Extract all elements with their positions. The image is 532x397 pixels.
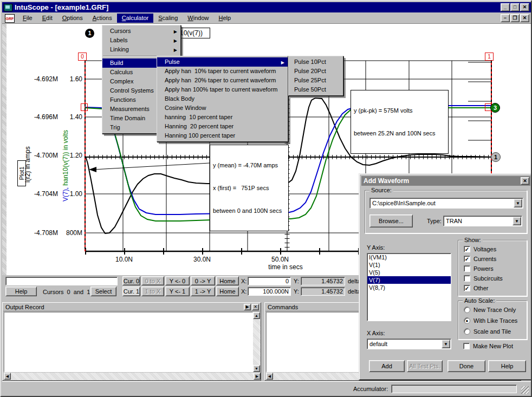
scroll-right-icon[interactable]: ▶	[254, 373, 261, 380]
x0-value[interactable]: 0	[248, 277, 291, 285]
menu-item-han10[interactable]: Apply han 10% taper to current waveform	[157, 67, 288, 76]
checkbox-subcircuits[interactable]: Subcircuits	[464, 275, 503, 282]
volts-tick: 800M	[55, 229, 82, 237]
add-waveform-dialog: Add Waveform ✕ Source: C:\spice8\In\Samp…	[359, 173, 532, 380]
help-button[interactable]: Help	[5, 287, 37, 296]
output-record-hscrollbar[interactable]: ◀ ▶	[4, 373, 261, 380]
trace-end-badge-gray[interactable]: 1	[491, 152, 501, 162]
output-record-header[interactable]: Output Record	[3, 303, 260, 311]
checkbox-icon[interactable]	[464, 275, 470, 282]
resize-grip[interactable]	[521, 386, 529, 394]
menu-item-cosine-window[interactable]: Cosine Window	[157, 103, 288, 113]
dropdown-arrow-icon[interactable]: ▼	[442, 340, 450, 348]
menu-item-cursors[interactable]: Cursors▶	[102, 27, 180, 36]
menu-item-pulse-25pct[interactable]: Pulse 25Pct	[289, 76, 343, 85]
expression-input[interactable]	[5, 277, 118, 285]
cur1-button[interactable]: Cur. 1	[122, 287, 140, 296]
volts-tick: 1.40	[55, 113, 82, 121]
menu-item-labels[interactable]: Labels▶	[102, 36, 180, 45]
cursor-1-handle[interactable]: 1	[485, 53, 494, 61]
menu-item-han100[interactable]: Apply han 100% taper to current waveform	[157, 85, 288, 94]
radio-scale-and-tile[interactable]: Scale and Tile	[464, 328, 511, 335]
auto-scale-label: Auto Scale:	[463, 297, 496, 304]
menu-item-pulse[interactable]: Pulse▶	[157, 57, 288, 67]
scroll-left-icon[interactable]: ◀	[4, 373, 11, 380]
scroll-down-icon[interactable]: ▼	[253, 365, 260, 372]
source-group: Source: C:\spice8\In\Sample.out ▼ Browse…	[365, 190, 527, 233]
add-button[interactable]: Add	[369, 360, 405, 372]
cursor-0-trace-marker	[81, 103, 88, 111]
menu-item-hanning20[interactable]: Hanning 20 percent taper	[157, 122, 288, 131]
dialog-help-button[interactable]: Help	[488, 360, 526, 372]
cursor-0-handle[interactable]: 0	[78, 53, 87, 61]
checkbox-icon[interactable]	[463, 343, 470, 349]
menu-item-pulse-50pct[interactable]: Pulse 50Pct	[289, 85, 343, 94]
x-axis-combobox[interactable]: default ▼	[367, 339, 451, 349]
menu-item-pulse-10pct[interactable]: Pulse 10Pct	[289, 57, 343, 67]
scroll-left-icon[interactable]: ◀	[266, 373, 273, 380]
trace-end-badge-green[interactable]: 3	[490, 103, 500, 113]
menu-item-pulse-20pct[interactable]: Pulse 20Pct	[289, 67, 343, 76]
all-test-pts-button[interactable]: All Test Pts.	[407, 360, 443, 372]
radio-new-trace-only[interactable]: New Trace Only	[464, 307, 516, 313]
list-item[interactable]: V(5)	[367, 269, 451, 276]
mean-annotation[interactable]: y (mean) = -4.70M amps x (first) = 751P …	[210, 145, 289, 231]
menu-item-hanning10[interactable]: hanning 10 percent taper	[157, 113, 288, 122]
show-group: Show: ✓ Voltages ✓ Currents Powers Subci…	[458, 240, 527, 296]
x1-value[interactable]: 100.000N	[248, 287, 291, 296]
y1-value: 1.45732	[301, 287, 345, 296]
radio-icon[interactable]	[464, 328, 470, 335]
amps-tick: -4.704M	[31, 190, 58, 198]
accumulator-field[interactable]	[391, 385, 517, 393]
checkbox-powers[interactable]: Powers	[464, 265, 494, 272]
x-axis-label: X Axis:	[367, 330, 385, 336]
trace-1-marker[interactable]: 1	[85, 29, 94, 38]
output-record-content[interactable]	[4, 312, 253, 372]
list-item[interactable]: V(1)	[367, 261, 451, 269]
list-item[interactable]: I(VM1)	[367, 253, 451, 261]
home0-button[interactable]: Home	[216, 276, 239, 285]
scroll-up-icon[interactable]: ▲	[253, 312, 260, 319]
menu-item-han20[interactable]: Apply han 20% taper to current waveform	[157, 76, 288, 85]
output-record-vscrollbar[interactable]: ▲ ▼	[253, 312, 261, 372]
select-button[interactable]: Select	[90, 287, 116, 296]
done-button[interactable]: Done	[447, 360, 485, 372]
browse-button[interactable]: Browse...	[369, 214, 413, 227]
checkbox-other[interactable]: ✓ Other	[464, 285, 489, 291]
dialog-close-icon[interactable]: ✕	[521, 177, 529, 185]
cur0-button[interactable]: Cur. 0	[122, 276, 140, 285]
checkbox-voltages[interactable]: ✓ Voltages	[464, 246, 496, 252]
radio-with-like-traces[interactable]: ● With Like Traces	[464, 317, 517, 324]
checkbox-icon[interactable]: ✓	[464, 285, 470, 291]
checkbox-currents[interactable]: ✓ Currents	[464, 256, 496, 262]
radio-icon[interactable]	[464, 307, 470, 313]
panel-expand-icon[interactable]: ▶	[244, 304, 251, 310]
amps-tick: -4.696M	[31, 113, 58, 121]
one-to-y-button[interactable]: 1 -> Y	[191, 287, 215, 296]
dropdown-arrow-icon[interactable]: ▼	[512, 217, 521, 225]
checkbox-make-new-plot[interactable]: Make New Plot	[463, 343, 513, 349]
cur0-to-x-button[interactable]: 0 to X	[141, 276, 164, 285]
checkbox-icon[interactable]: ✓	[464, 246, 470, 252]
list-item-selected[interactable]: V(7)	[367, 276, 451, 284]
list-item[interactable]: V(8,7)	[367, 284, 451, 291]
menu-item-linking[interactable]: Linking▶	[102, 45, 180, 54]
source-combobox[interactable]: C:\spice8\In\Sample.out ▼	[369, 198, 523, 209]
type-combobox[interactable]: TRAN ▼	[443, 216, 522, 226]
dropdown-arrow-icon[interactable]: ▼	[514, 199, 522, 207]
panel-close-icon[interactable]: ✕	[252, 304, 259, 310]
radio-icon[interactable]: ●	[464, 317, 470, 324]
menu-item-hanning100[interactable]: Hanning 100 percent taper	[157, 131, 288, 140]
y-from-0-button[interactable]: Y <- 0	[165, 276, 190, 285]
y-from-1-button[interactable]: Y <- 1	[165, 287, 190, 296]
checkbox-icon[interactable]	[464, 265, 470, 272]
home1-button[interactable]: Home	[216, 287, 239, 296]
zero-to-y-button[interactable]: 0 -> Y	[191, 276, 215, 285]
y-axis-listbox[interactable]: I(VM1) V(1) V(5) V(7) V(8,7)	[367, 253, 451, 321]
dialog-title-bar[interactable]: Add Waveform	[361, 176, 530, 186]
volts-tick: 1.60	[55, 75, 82, 83]
cur1-to-x-button[interactable]: 1 to X	[141, 287, 164, 296]
checkbox-icon[interactable]: ✓	[464, 256, 470, 262]
menu-item-black-body[interactable]: Black Body	[157, 94, 288, 103]
pkpk-annotation[interactable]: y (pk-pk) = 575M volts between 25.2N and…	[351, 90, 449, 154]
